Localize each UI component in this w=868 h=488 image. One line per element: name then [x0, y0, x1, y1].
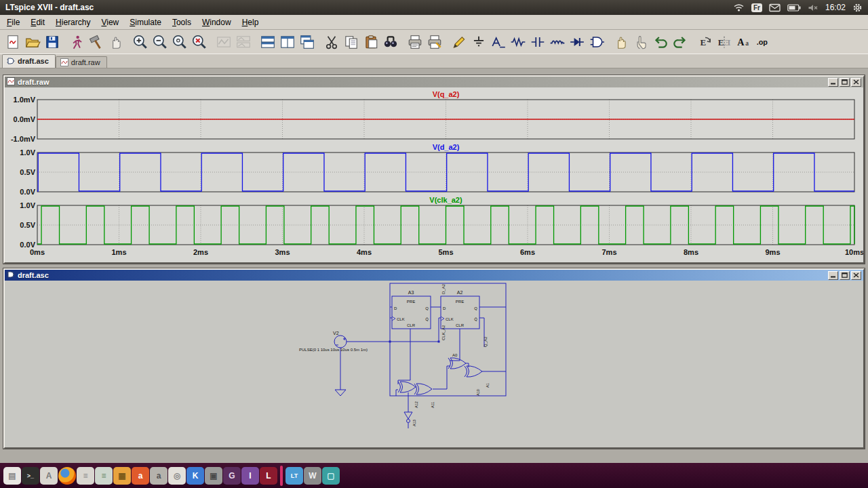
- menu-simulate[interactable]: Simulate: [124, 15, 167, 29]
- tab-draft.asc[interactable]: draft.asc: [2, 54, 56, 68]
- taskbar-package-installer-icon[interactable]: ▦: [113, 467, 131, 485]
- toolbar-separator: [209, 33, 214, 51]
- waveform-close-button[interactable]: [851, 78, 861, 87]
- rotate-button[interactable]: E: [694, 32, 714, 52]
- menu-tools[interactable]: Tools: [167, 15, 197, 29]
- net-label-button[interactable]: [488, 32, 508, 52]
- run-button[interactable]: [66, 32, 86, 52]
- move-button[interactable]: [611, 32, 631, 52]
- schematic-window-titlebar[interactable]: draft.asc: [5, 270, 863, 281]
- svg-text:.op: .op: [756, 38, 768, 46]
- taskbar-notes-icon[interactable]: ≡: [95, 467, 113, 485]
- y-tick-label: 0.5V: [20, 221, 35, 229]
- waveform-minimize-button[interactable]: [828, 78, 838, 87]
- mail-icon[interactable]: [769, 3, 781, 12]
- tab-draft.raw[interactable]: draft.raw: [56, 56, 107, 68]
- copy-button[interactable]: [341, 32, 361, 52]
- mirror-icon: EE: [716, 34, 732, 50]
- zoom-in-button[interactable]: [130, 32, 150, 52]
- volume-muted-icon[interactable]: [808, 3, 818, 12]
- taskbar-inkscape-icon[interactable]: I: [241, 467, 259, 485]
- network-wifi-icon[interactable]: [733, 3, 745, 12]
- svg-text:A11: A11: [431, 402, 435, 408]
- copy-icon: [343, 34, 359, 50]
- keyboard-layout-indicator[interactable]: Fr: [751, 3, 762, 12]
- wire-button[interactable]: [449, 32, 469, 52]
- open-button[interactable]: [22, 32, 42, 52]
- spice-directive-button[interactable]: .op: [753, 32, 773, 52]
- waveform-maximize-button[interactable]: [840, 78, 850, 87]
- schematic-maximize-button[interactable]: [840, 271, 850, 280]
- taskbar-system-monitor-icon[interactable]: ▣: [205, 467, 222, 485]
- ground-button[interactable]: [469, 32, 488, 52]
- schematic-minimize-button[interactable]: [828, 271, 838, 280]
- taskbar-settings-icon[interactable]: ◎: [168, 467, 186, 485]
- taskbar-text-editor-icon[interactable]: A: [40, 467, 58, 485]
- pause-button[interactable]: [106, 32, 125, 52]
- svg-text:D: D: [394, 306, 397, 310]
- cascade-button[interactable]: [297, 32, 317, 52]
- menu-help[interactable]: Help: [237, 15, 264, 29]
- svg-text:A12: A12: [414, 401, 418, 408]
- cut-button[interactable]: [321, 32, 341, 52]
- menu-hierarchy[interactable]: Hierarchy: [50, 15, 96, 29]
- menu-edit[interactable]: Edit: [25, 15, 50, 29]
- zoom-back-button[interactable]: [150, 32, 170, 52]
- print-setup-button[interactable]: [425, 32, 444, 52]
- x-tick-label: 2ms: [193, 248, 208, 256]
- print-icon: [407, 34, 423, 50]
- paste-button[interactable]: [361, 32, 380, 52]
- menu-window[interactable]: Window: [197, 15, 237, 29]
- x-tick-label: 4ms: [357, 248, 372, 256]
- print-button[interactable]: [405, 32, 425, 52]
- inductor-button[interactable]: [547, 32, 567, 52]
- taskbar-gimp-icon[interactable]: G: [223, 467, 241, 485]
- waveform-plot[interactable]: V(q_a2)1.0mV0.0mV-1.0mVV(d_a2)1.0V0.5V0.…: [5, 87, 863, 262]
- drag-button[interactable]: [631, 32, 650, 52]
- window-titlebar[interactable]: LTspice XVII - draft.asc Fr 16:02: [0, 0, 868, 15]
- taskbar-downloader-icon[interactable]: a: [132, 467, 149, 485]
- schematic-window-buttons: [828, 271, 861, 280]
- clock-label[interactable]: 16:02: [825, 3, 846, 12]
- zoom-out-icon: [172, 34, 188, 50]
- mirror-button[interactable]: EE: [714, 32, 734, 52]
- taskbar-terminal-icon[interactable]: >_: [22, 467, 39, 485]
- taskbar-document-viewer-icon[interactable]: ≡: [77, 467, 94, 485]
- taskbar-display-settings-icon[interactable]: ▢: [322, 467, 340, 485]
- taskbar-kicad-icon[interactable]: K: [186, 467, 204, 485]
- menu-file[interactable]: File: [1, 15, 25, 29]
- tile-horizontal-button[interactable]: [258, 32, 277, 52]
- undo-button[interactable]: [650, 32, 670, 52]
- taskbar-firefox-icon[interactable]: [58, 467, 76, 485]
- component-button[interactable]: [587, 32, 606, 52]
- toolbar-separator: [62, 33, 66, 51]
- taskbar-active-window-indicator[interactable]: [280, 466, 283, 486]
- trace-title: V(clk_a2): [429, 196, 462, 204]
- save-button[interactable]: [42, 32, 62, 52]
- trace-title: V(d_a2): [433, 143, 460, 151]
- waveform-window-titlebar[interactable]: draft.raw: [5, 77, 863, 87]
- taskbar-archive-manager-icon[interactable]: a: [150, 467, 167, 485]
- zoom-full-button[interactable]: [189, 32, 209, 52]
- taskbar-ltspice-task-icon[interactable]: LT: [285, 467, 303, 485]
- capacitor-button[interactable]: [528, 32, 547, 52]
- redo-button[interactable]: [670, 32, 690, 52]
- session-gear-icon[interactable]: [852, 3, 863, 13]
- taskbar-wine-window-icon[interactable]: W: [304, 467, 321, 485]
- diode-button[interactable]: [567, 32, 587, 52]
- menu-view[interactable]: View: [96, 15, 124, 29]
- autorange-button: [233, 32, 253, 52]
- taskbar-files-icon[interactable]: ▤: [3, 467, 21, 485]
- text-button[interactable]: Aa: [734, 32, 753, 52]
- schematic-close-button[interactable]: [851, 271, 861, 280]
- battery-icon[interactable]: [787, 4, 801, 12]
- halt-button[interactable]: [86, 32, 106, 52]
- new-schematic-button[interactable]: [3, 32, 22, 52]
- plot-settings-button: [214, 32, 233, 52]
- zoom-out-button[interactable]: [170, 32, 189, 52]
- schematic-canvas[interactable]: A3PREDCLKCLRQQ̄A2PREDCLKCLRQQ̄D_A2CLK_A2…: [5, 281, 863, 447]
- tile-vertical-button[interactable]: [277, 32, 297, 52]
- taskbar-libreoffice-icon[interactable]: L: [260, 467, 277, 485]
- find-button[interactable]: [380, 32, 400, 52]
- resistor-button[interactable]: [508, 32, 528, 52]
